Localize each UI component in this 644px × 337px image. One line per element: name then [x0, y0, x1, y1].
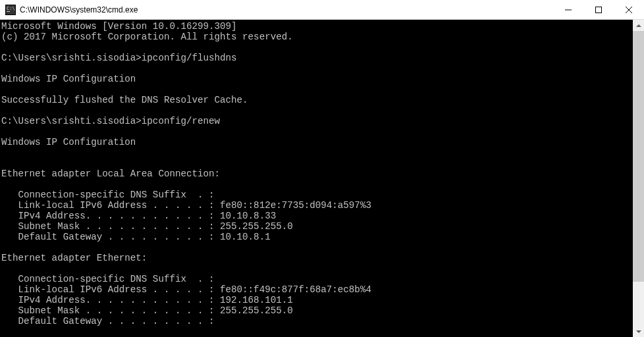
terminal-line	[1, 63, 633, 74]
terminal-line: Subnet Mask . . . . . . . . . . . : 255.…	[1, 305, 633, 316]
terminal-line	[1, 105, 633, 116]
terminal-line	[1, 158, 633, 168]
terminal-line	[1, 126, 633, 137]
terminal-line: Ethernet adapter Ethernet:	[1, 253, 633, 263]
titlebar[interactable]: C:\ C:\WINDOWS\system32\cmd.exe	[0, 0, 644, 20]
scroll-thumb[interactable]	[633, 31, 644, 282]
svg-rect-3	[7, 11, 10, 12]
terminal-line: C:\Users\srishti.sisodia>ipconfig/flushd…	[1, 53, 633, 63]
scroll-track[interactable]	[633, 31, 644, 326]
terminal-line: Windows IP Configuration	[1, 74, 633, 84]
terminal-line: (c) 2017 Microsoft Corporation. All righ…	[1, 32, 633, 42]
terminal-line: IPv4 Address. . . . . . . . . . . : 10.1…	[1, 211, 633, 221]
terminal-line: Microsoft Windows [Version 10.0.16299.30…	[1, 21, 633, 32]
cmd-icon: C:\	[5, 5, 16, 15]
terminal-line: Connection-specific DNS Suffix . :	[1, 274, 633, 284]
vertical-scrollbar[interactable]	[633, 20, 644, 337]
terminal-line: Successfully flushed the DNS Resolver Ca…	[1, 95, 633, 105]
terminal-line: C:\Users\srishti.sisodia>ipconfig/renew	[1, 116, 633, 126]
terminal-line	[1, 263, 633, 274]
scroll-up-arrow-icon[interactable]	[633, 20, 644, 31]
terminal-line	[1, 242, 633, 253]
terminal-line: Link-local IPv6 Address . . . . . : fe80…	[1, 200, 633, 211]
terminal-line: Subnet Mask . . . . . . . . . . . : 255.…	[1, 221, 633, 232]
terminal-line	[1, 42, 633, 53]
svg-rect-5	[596, 7, 602, 13]
minimize-button[interactable]	[553, 0, 583, 19]
svg-text:C:\: C:\	[7, 6, 15, 11]
svg-marker-9	[636, 330, 641, 333]
close-button[interactable]	[614, 0, 644, 19]
terminal-line	[1, 179, 633, 190]
maximize-button[interactable]	[583, 0, 614, 19]
terminal-line: Ethernet adapter Local Area Connection:	[1, 168, 633, 179]
terminal-output[interactable]: Microsoft Windows [Version 10.0.16299.30…	[0, 20, 633, 337]
terminal-line: Default Gateway . . . . . . . . . :	[1, 316, 633, 326]
terminal-line	[1, 84, 633, 95]
terminal-line: Windows IP Configuration	[1, 137, 633, 147]
terminal-line: Default Gateway . . . . . . . . . : 10.1…	[1, 232, 633, 242]
terminal-line	[1, 147, 633, 158]
terminal-line: IPv4 Address. . . . . . . . . . . : 192.…	[1, 295, 633, 305]
terminal-area: Microsoft Windows [Version 10.0.16299.30…	[0, 20, 644, 337]
window-title: C:\WINDOWS\system32\cmd.exe	[20, 5, 553, 14]
window-controls	[553, 0, 644, 19]
terminal-line: Link-local IPv6 Address . . . . . : fe80…	[1, 284, 633, 295]
terminal-line: Connection-specific DNS Suffix . :	[1, 190, 633, 200]
svg-marker-8	[636, 24, 641, 27]
scroll-down-arrow-icon[interactable]	[633, 326, 644, 337]
